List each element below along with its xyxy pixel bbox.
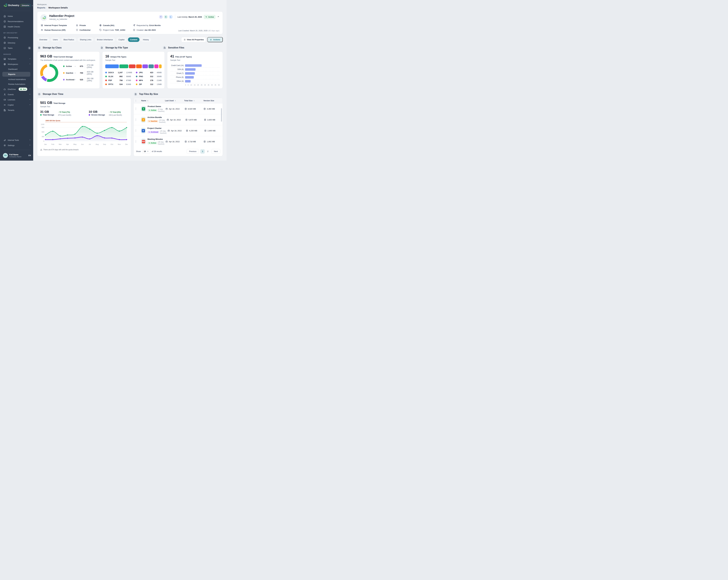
legend-item-jpg: JPG42348MB (136, 72, 162, 74)
main-content: Workspaces Reports › Workspace Details H… (33, 0, 227, 161)
actions-button[interactable]: Actions (207, 37, 223, 42)
sensitive-files-card: 41 Files (5 SIT Types) Sample Text Credi… (167, 52, 223, 89)
storage-by-class-header: Storage by Class (37, 46, 97, 50)
tab-broken-inheritance[interactable]: Broken Inheritance (95, 37, 115, 42)
sidebar-item-tasks[interactable]: Tasks1 (0, 46, 33, 51)
sidebar-item-archival-automations[interactable]: Archival Automations (0, 77, 33, 82)
column-header-name[interactable]: Name (141, 100, 165, 102)
breadcrumb-reports-link[interactable]: Reports (37, 6, 46, 9)
pulse-icon (148, 120, 150, 122)
page-2[interactable]: 2 (206, 149, 210, 154)
scrollbar[interactable] (221, 108, 222, 121)
sidebar-item-health-checks[interactable]: Health Checks (0, 24, 33, 29)
loop-app-icon: L (169, 15, 173, 19)
tab-users[interactable]: Users (51, 37, 60, 42)
row-checkbox[interactable] (136, 118, 136, 121)
sidebar-item-home[interactable]: Home (0, 13, 33, 19)
file-name[interactable]: Archive Bundle (147, 116, 167, 118)
meta-private: Private (76, 24, 96, 26)
sidebar-item-settings[interactable]: Settings (0, 143, 33, 148)
view-all-properties-button[interactable]: View All Properties (181, 37, 206, 42)
page-size-select[interactable]: 10 (142, 149, 150, 154)
sidebar-item-provisioning[interactable]: Provisioning (0, 35, 33, 40)
total-size-cell: 8,920 MB (185, 108, 204, 110)
lightning-icon (210, 39, 212, 41)
chev-right-icon (29, 144, 31, 146)
svg-text:300: 300 (42, 136, 44, 137)
storage-over-time-card: 501 GB Total Storage Sample Text 31 GB↑ … (37, 98, 131, 156)
row-checkbox[interactable] (136, 129, 136, 132)
svg-text:Jan: Jan (44, 143, 47, 145)
chevron-right-icon: › (47, 6, 47, 9)
column-header-total-size[interactable]: Total Size (184, 100, 203, 102)
sidebar-item-licenses[interactable]: Licenses (0, 97, 33, 102)
app-root: Orchestry Enterprise « HomeRecommendatio… (0, 0, 227, 161)
page-1[interactable]: 1 (200, 149, 205, 154)
previous-page-button[interactable]: Previous (187, 149, 199, 154)
sidebar-item-dashboard[interactable]: Dashboard (0, 67, 33, 72)
tab-overview[interactable]: Overview (37, 37, 49, 42)
tab-sharing-links[interactable]: Sharing Links (78, 37, 94, 42)
row-checkbox[interactable] (136, 140, 136, 143)
database-icon (185, 119, 187, 121)
column-header-version-size: Version Size (203, 100, 220, 102)
legend-item-pptx: PPTX53463MB (105, 83, 132, 85)
sidebar-item-internal-tools[interactable]: Internal Tools (0, 137, 33, 143)
pulse-icon (205, 16, 207, 18)
sidebar-item-directory[interactable]: Directory (0, 40, 33, 46)
sidebar-item-tenants[interactable]: Tenants (0, 108, 33, 113)
sidebar-item-recommendations[interactable]: Recommendations (0, 19, 33, 24)
new-badge: New (19, 88, 27, 91)
tab-content[interactable]: Content (128, 37, 139, 42)
language-selector[interactable]: EN (28, 155, 31, 157)
row-checkbox[interactable] (136, 107, 136, 110)
select-all-checkbox[interactable] (136, 100, 136, 102)
building-icon (3, 109, 6, 111)
sort-icon (175, 100, 176, 102)
tab-copilot[interactable]: Copilot (116, 37, 127, 42)
file-name[interactable]: Project Charter (147, 127, 167, 129)
storage-line-chart-svg: 030060090011001000 GB Site QuotaJanFebMa… (40, 118, 128, 147)
next-page-button[interactable]: Next (211, 149, 220, 154)
sparkle-icon (20, 88, 22, 90)
sidebar-collapse-button[interactable]: « (32, 4, 33, 7)
storage-by-file-type-header: Storage by File Type (100, 46, 160, 50)
meta-confidential: Confidential (76, 29, 96, 31)
tabs-bar: OverviewUsersBlast RadiusSharing LinksBr… (37, 37, 223, 42)
svg-text:900: 900 (42, 127, 44, 128)
user-company: Company Name (9, 156, 21, 158)
file-name[interactable]: Meeting Minutes (148, 138, 165, 140)
file-name[interactable]: Product Demo (148, 105, 165, 108)
tab-blast-radius[interactable]: Blast Radius (61, 37, 76, 42)
workspace-title: Halberdier Project (49, 14, 74, 18)
sidebar-item-workspaces[interactable]: Workspaces (0, 61, 33, 67)
calendar-icon (167, 130, 170, 132)
file-type-segment-mp4 (154, 64, 158, 68)
sidebar-item-copilot[interactable]: Copilot (0, 102, 33, 108)
chevron-right-icon (29, 144, 31, 146)
meta-human-resources-hr: Human Resources (HR) (41, 29, 72, 31)
user-profile[interactable]: FN Full Name Company Name EN (0, 151, 33, 161)
column-header-last-used[interactable]: Last Used (165, 100, 184, 102)
sidebar-item-guests[interactable]: Guests (0, 92, 33, 97)
tab-history[interactable]: History (141, 37, 151, 42)
calendar-icon (165, 140, 168, 143)
sidebar-footer-nav: Internal ToolsSettings (0, 137, 33, 148)
section-title: Storage Over Time (43, 93, 63, 95)
sort-icon (147, 100, 149, 102)
sidebar-item-templates[interactable]: Templates (0, 56, 33, 61)
pulse-icon (148, 131, 150, 133)
collapse-panel-button[interactable] (217, 16, 219, 18)
sidebar-item-review-automations[interactable]: Review Automations (0, 82, 33, 87)
chev-down-icon (29, 104, 31, 106)
file-type-segment-pptx (136, 64, 142, 68)
database-icon (204, 119, 206, 121)
table-header: NameLast UsedTotal SizeVersion Size (134, 98, 223, 104)
globe-icon (3, 63, 6, 65)
file-type-segment-png (149, 64, 154, 68)
sidebar-item-onedrive[interactable]: OneDriveNew (0, 87, 33, 92)
site-quota-label: 1000 GB Site Quota (46, 120, 60, 121)
chevron-down-icon (29, 104, 31, 106)
sidebar-item-reports[interactable]: Reports (2, 72, 30, 77)
database-icon (204, 130, 206, 132)
